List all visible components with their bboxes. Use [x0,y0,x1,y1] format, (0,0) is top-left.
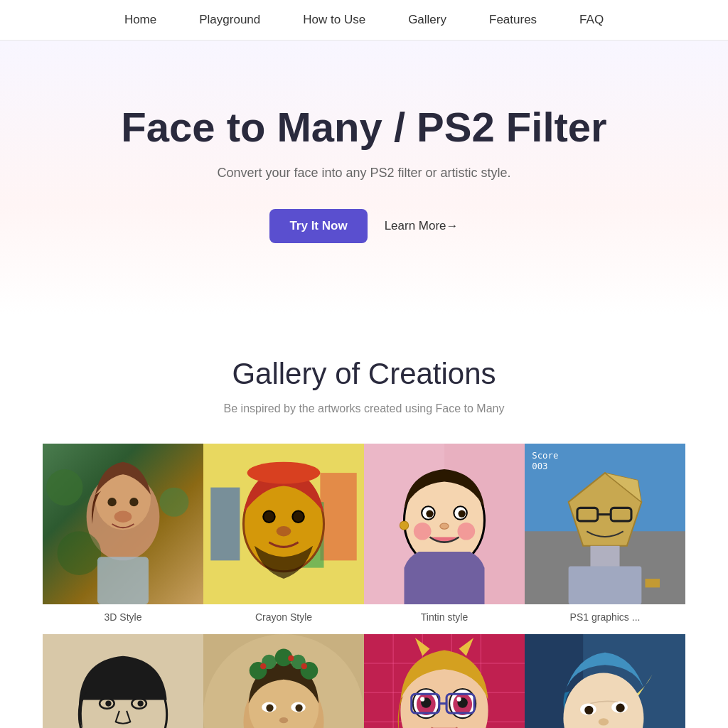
svg-point-17 [247,461,321,483]
svg-point-7 [58,531,102,575]
gallery-item-sketch[interactable] [43,634,203,728]
gallery-item-ps1[interactable]: Score 003 PS1 [525,444,685,634]
svg-point-96 [616,703,624,712]
gallery-label-tintin: Tintin style [418,604,471,634]
nav-gallery[interactable]: Gallery [408,13,446,27]
gallery-item-wreath[interactable] [203,634,364,728]
hero-title: Face to Many / PS2 Filter [28,105,700,150]
svg-point-97 [599,718,609,725]
svg-point-5 [46,469,82,505]
svg-text:003: 003 [532,461,547,471]
svg-point-16 [277,526,291,536]
gallery-label-3d: 3D Style [102,604,145,634]
learn-more-button[interactable]: Learn More→ [385,219,459,233]
gallery-grid: 3D Style [43,444,685,728]
nav-features[interactable]: Features [489,13,537,27]
svg-rect-40 [646,579,660,587]
gallery-item-3d[interactable]: 3D Style [43,444,203,634]
svg-point-94 [584,705,593,714]
hero-subtitle: Convert your face into any PS2 filter or… [28,166,700,181]
svg-rect-10 [210,487,240,560]
svg-point-86 [456,697,461,701]
svg-point-60 [279,717,288,723]
svg-text:Score: Score [532,450,558,460]
svg-point-24 [459,510,466,517]
gallery-title: Gallery of Creations [43,357,685,391]
svg-point-68 [301,663,307,669]
svg-rect-8 [97,557,149,604]
gallery-item-crayon[interactable]: Crayon Style [203,444,364,634]
nav-how-to-use[interactable]: How to Use [303,13,365,27]
svg-point-25 [440,523,449,529]
nav-faq[interactable]: FAQ [579,13,604,27]
svg-point-4 [114,510,132,522]
gallery-item-vermeer[interactable] [525,634,685,728]
gallery-section: Gallery of Creations Be inspired by the … [0,314,728,728]
svg-rect-11 [320,473,356,560]
gallery-item-tintin[interactable]: Tintin style [364,444,525,634]
svg-point-26 [414,523,432,540]
svg-point-57 [266,704,273,711]
svg-point-67 [288,655,294,661]
svg-point-59 [295,704,302,711]
svg-point-46 [138,700,144,706]
svg-point-28 [400,521,408,530]
svg-point-85 [420,697,424,701]
hero-section: Face to Many / PS2 Filter Convert your f… [0,41,728,314]
svg-point-27 [457,523,475,540]
svg-point-66 [260,663,266,669]
gallery-item-anime[interactable] [364,634,525,728]
nav-home[interactable]: Home [124,13,156,27]
svg-point-45 [105,700,111,706]
gallery-label-ps1: PS1 graphics ... [567,604,643,634]
try-it-now-button[interactable]: Try It Now [269,209,367,243]
svg-point-2 [107,498,116,506]
hero-buttons: Try It Now Learn More→ [28,209,700,243]
gallery-label-crayon: Crayon Style [252,604,315,634]
nav-playground[interactable]: Playground [199,13,260,27]
main-nav: Home Playground How to Use Gallery Featu… [0,0,728,41]
svg-point-23 [426,510,433,517]
svg-point-14 [263,510,274,522]
svg-rect-39 [569,566,642,604]
svg-point-3 [129,498,138,506]
svg-point-6 [159,487,188,516]
svg-point-15 [292,510,304,522]
svg-rect-38 [590,546,619,568]
gallery-subtitle: Be inspired by the artworks created usin… [43,402,685,415]
